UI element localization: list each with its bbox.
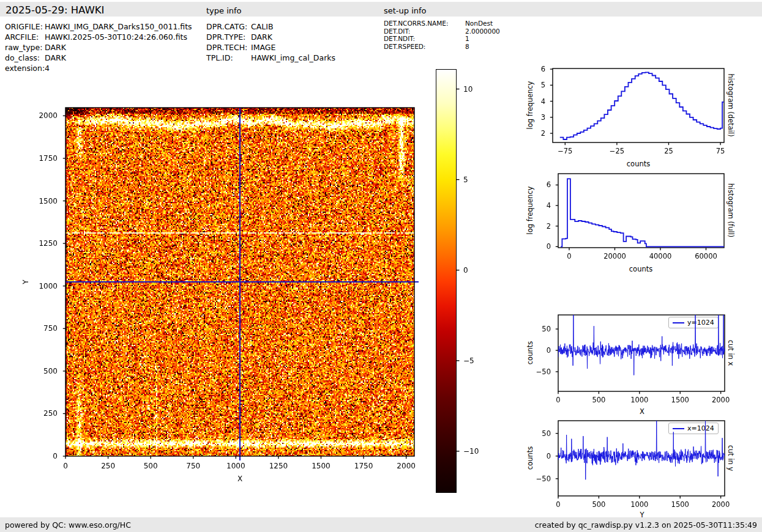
info-label: do_class:	[5, 53, 45, 63]
svg-text:2: 2	[541, 129, 545, 138]
info-value: 4	[45, 64, 50, 73]
svg-text:1000: 1000	[39, 282, 58, 290]
svg-text:−10: −10	[463, 447, 479, 456]
svg-text:5: 5	[463, 175, 468, 184]
legend-line-sample	[673, 428, 684, 429]
type-info-block: DPR.CATG:CALIBDPR.TYPE:DARKDPR.TECH:IMAG…	[206, 21, 335, 63]
info-value: DARK	[45, 43, 66, 52]
svg-text:250: 250	[43, 409, 58, 418]
info-label: DET.RSPEED:	[384, 43, 465, 51]
cut-x-legend-label: y=1024	[687, 319, 714, 327]
svg-text:−25: −25	[610, 147, 624, 155]
hist-full-xaxis-label: counts	[629, 265, 652, 273]
hist-full-right-label: histogram (full)	[727, 183, 735, 238]
info-row: extension:4	[5, 63, 192, 73]
info-label: DET.NCORRS.NAME:	[384, 20, 465, 28]
crosshair-vertical-x1024	[239, 108, 241, 460]
svg-text:500: 500	[144, 462, 158, 470]
svg-text:60000: 60000	[695, 252, 717, 260]
info-row: DPR.TYPE:DARK	[206, 32, 335, 42]
svg-text:50: 50	[542, 429, 551, 438]
svg-text:0: 0	[463, 266, 468, 275]
info-value: 1	[465, 35, 469, 42]
info-value: DARK	[251, 32, 272, 42]
colorbar	[436, 69, 457, 493]
info-row: DPR.TECH:IMAGE	[206, 42, 335, 53]
info-value: 8	[465, 43, 469, 50]
info-value: DARK	[45, 53, 66, 62]
svg-text:1750: 1750	[354, 462, 373, 470]
svg-text:1250: 1250	[269, 462, 288, 470]
info-row: do_class:DARK	[5, 53, 192, 63]
info-label: DET.DIT:	[384, 28, 465, 35]
hist-detail-xaxis-label: counts	[627, 160, 650, 168]
info-value: 2.0000000	[465, 28, 500, 35]
svg-text:1500: 1500	[39, 197, 58, 205]
svg-text:2000: 2000	[397, 462, 416, 470]
main-yaxis-label: Y	[21, 279, 30, 284]
info-value: NonDest	[465, 20, 493, 27]
svg-text:0: 0	[53, 452, 58, 460]
info-label: DPR.TYPE:	[206, 32, 251, 42]
setup-info-title: set-up info	[384, 6, 427, 15]
page-title: 2025-05-29: HAWKI	[6, 4, 105, 16]
info-label: TPL.ID:	[206, 53, 251, 63]
info-row: DPR.CATG:CALIB	[206, 21, 335, 32]
svg-text:1500: 1500	[312, 462, 331, 470]
cut-y-right-label: cut in y	[727, 445, 735, 471]
footer-right-text: created by qc_rawdisp.py v1.2.3 on 2025-…	[535, 520, 757, 530]
info-value: HAWKI_IMG_DARK_Darks150_0011.fits	[45, 22, 192, 31]
svg-text:0: 0	[63, 462, 68, 470]
svg-text:1500: 1500	[671, 396, 689, 404]
info-row: DET.NCORRS.NAME:NonDest	[384, 20, 500, 28]
info-value: CALIB	[251, 22, 274, 31]
info-value: HAWKI.2025-05-30T10:24:26.060.fits	[45, 32, 187, 42]
svg-text:4: 4	[541, 97, 545, 106]
svg-text:1000: 1000	[630, 396, 648, 404]
main-xaxis-label: X	[237, 475, 242, 483]
cut-y-legend: x=1024	[668, 423, 719, 434]
svg-text:25: 25	[664, 147, 673, 155]
legend-line-sample	[673, 322, 684, 323]
svg-text:0: 0	[567, 252, 571, 260]
svg-text:4: 4	[547, 201, 551, 210]
hist-detail-right-label: histogram (detail)	[727, 73, 735, 136]
info-row: DET.RSPEED:8	[384, 43, 500, 51]
qc-report-page: 2025-05-29: HAWKI type info set-up info …	[0, 0, 762, 532]
hist-detail-yaxis-label: log frequency	[526, 81, 534, 130]
svg-text:0: 0	[547, 452, 551, 460]
cut-y-legend-label: x=1024	[687, 424, 714, 432]
svg-text:750: 750	[43, 324, 58, 333]
svg-text:0: 0	[556, 396, 560, 404]
svg-text:−75: −75	[558, 147, 572, 155]
svg-text:6: 6	[541, 65, 545, 73]
svg-text:1000: 1000	[630, 500, 648, 509]
info-row: DET.NDIT:1	[384, 35, 500, 43]
info-value: HAWKI_img_cal_Darks	[251, 53, 335, 62]
svg-text:2000: 2000	[712, 396, 730, 404]
svg-text:0: 0	[556, 500, 560, 509]
svg-text:10: 10	[463, 85, 473, 94]
cut-x-legend: y=1024	[668, 317, 719, 328]
svg-text:2000: 2000	[39, 111, 58, 120]
svg-text:−50: −50	[536, 475, 551, 483]
cut-x-right-label: cut in x	[727, 340, 735, 366]
info-row: raw_type:DARK	[5, 42, 192, 53]
info-row: DET.DIT:2.0000000	[384, 28, 500, 35]
info-label: extension:	[5, 63, 45, 73]
svg-text:500: 500	[592, 500, 605, 509]
svg-text:20000: 20000	[603, 252, 626, 260]
info-row: ORIGFILE:HAWKI_IMG_DARK_Darks150_0011.fi…	[5, 21, 192, 32]
svg-text:500: 500	[43, 367, 58, 375]
svg-text:50: 50	[542, 325, 551, 333]
svg-text:2000: 2000	[712, 500, 730, 509]
crosshair-horizontal-y1024	[65, 281, 419, 283]
header-band	[0, 2, 762, 17]
info-label: raw_type:	[5, 42, 45, 53]
footer-left-text: powered by QC: www.eso.org/HC	[5, 520, 131, 530]
info-value: IMAGE	[251, 43, 275, 52]
svg-text:1250: 1250	[39, 239, 58, 248]
info-label: ORIGFILE:	[5, 21, 45, 32]
svg-text:1750: 1750	[39, 154, 58, 163]
svg-text:0: 0	[547, 242, 551, 251]
